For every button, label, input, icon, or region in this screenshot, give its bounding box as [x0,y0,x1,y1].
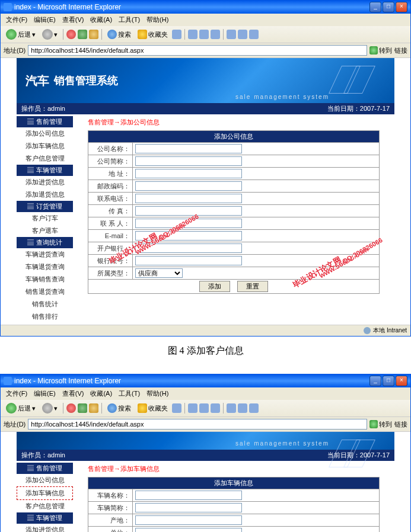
back-icon [6,29,17,40]
separator [101,29,102,40]
go-button[interactable]: 转到 [369,46,392,55]
maximize-button[interactable]: □ [383,2,394,12]
form-input[interactable] [135,503,242,512]
submit-button[interactable]: 添加 [199,281,230,292]
url-input[interactable] [28,45,367,56]
favorites-button[interactable]: 收藏夹 [135,28,170,40]
form-input[interactable] [135,156,242,166]
form-input[interactable] [135,231,242,241]
menu-help[interactable]: 帮助(H) [144,389,171,399]
form-buttons: 添加 重置 [88,280,380,294]
favorites-button[interactable]: 收藏夹 [135,402,170,414]
sidebar-item[interactable]: 添加进货信息 [17,176,73,188]
menu-view[interactable]: 查看(V) [60,389,87,399]
form-input[interactable] [135,194,242,203]
sidebar-item[interactable]: 添加车辆信息 [17,486,73,500]
menu-file[interactable]: 文件(F) [4,15,30,25]
search-button[interactable]: 搜索 [105,28,133,40]
search-button[interactable]: 搜索 [105,402,133,414]
home-icon[interactable] [89,30,98,39]
operator-info: 操作员：admin [21,104,65,113]
menu-help[interactable]: 帮助(H) [144,15,171,25]
sidebar-item[interactable]: 车辆销售查询 [17,273,73,286]
form-input[interactable] [135,181,242,191]
field-cell [133,155,380,168]
form-input[interactable] [135,144,242,153]
field-cell [133,217,380,230]
sidebar-item[interactable]: 车辆进货查询 [17,248,73,261]
form-input[interactable] [135,491,242,500]
sidebar-item[interactable]: 客户信息管理 [17,500,73,512]
titlebar: index - Microsoft Internet Explorer _ □ … [1,374,410,387]
tool-icon[interactable] [238,403,247,413]
sidebar-item[interactable]: 销售退货查询 [17,286,73,298]
maximize-button[interactable]: □ [383,376,394,386]
form-input[interactable] [135,256,242,265]
tool-icon[interactable] [227,30,236,39]
field-label: 车辆名称： [88,489,133,502]
stop-icon[interactable] [66,30,76,39]
print-icon[interactable] [199,403,209,413]
history-icon[interactable] [172,30,181,39]
form-input[interactable]: 供应商 [135,268,183,278]
form-input[interactable] [135,206,242,216]
mail-icon[interactable] [188,30,197,39]
sidebar-item[interactable]: 添加进货信息 [17,524,73,532]
menu-fav[interactable]: 收藏(A) [88,389,114,399]
refresh-icon[interactable] [78,30,87,39]
form-input[interactable] [135,219,242,228]
reset-button[interactable]: 重置 [237,281,268,292]
menu-edit[interactable]: 编辑(E) [31,389,58,399]
close-button[interactable]: × [396,2,407,12]
sidebar-item[interactable]: 客户退车 [17,225,73,237]
mail-icon[interactable] [188,403,197,413]
minimize-button[interactable]: _ [369,2,381,12]
form-input[interactable] [135,243,242,253]
menu-tools[interactable]: 工具(T) [116,389,142,399]
menu-view[interactable]: 查看(V) [60,15,87,25]
content-area: sale management system 操作员：admin 当前日期：20… [1,432,410,532]
minimize-button[interactable]: _ [369,376,381,386]
menu-edit[interactable]: 编辑(E) [31,15,58,25]
forward-button[interactable]: ▾ [40,28,60,41]
menu-file[interactable]: 文件(F) [4,389,30,399]
back-button[interactable]: 后退 ▾ [4,402,38,415]
field-cell [133,143,380,155]
sidebar-item[interactable]: 添加公司信息 [17,127,73,140]
sidebar-item[interactable]: 添加退货信息 [17,188,73,201]
field-cell [133,514,380,527]
menu-fav[interactable]: 收藏(A) [88,15,114,25]
tool-icon[interactable] [249,30,259,39]
form-input[interactable] [135,515,242,525]
links-label[interactable]: 链接 [394,46,407,55]
sidebar-item[interactable]: 销售排行 [17,310,73,323]
back-button[interactable]: 后退 ▾ [4,28,38,41]
tool-icon[interactable] [238,30,247,39]
menu-tools[interactable]: 工具(T) [116,15,142,25]
edit-icon[interactable] [211,30,220,39]
tool-icon[interactable] [249,403,259,413]
edit-icon[interactable] [211,403,220,413]
go-button[interactable]: 转到 [369,420,392,429]
window-title: index - Microsoft Internet Explorer [14,3,121,11]
print-icon[interactable] [199,30,209,39]
separator [223,403,224,414]
sidebar-item[interactable]: 添加公司信息 [17,474,73,486]
home-icon[interactable] [89,403,98,413]
refresh-icon[interactable] [78,403,87,413]
sidebar-item[interactable]: 客户信息管理 [17,152,73,165]
stop-icon[interactable] [66,403,76,413]
tool-icon[interactable] [227,403,236,413]
links-label[interactable]: 链接 [394,420,407,429]
url-input[interactable] [28,419,367,430]
field-label: E-mail： [88,230,133,242]
form-input[interactable] [135,528,242,532]
sidebar-item[interactable]: 销售统计 [17,298,73,310]
sidebar-item[interactable]: 添加车辆信息 [17,140,73,152]
sidebar-item[interactable]: 车辆退货查询 [17,261,73,273]
forward-button[interactable]: ▾ [40,402,60,415]
form-input[interactable] [135,169,242,178]
history-icon[interactable] [172,403,181,413]
close-button[interactable]: × [396,376,407,386]
sidebar-item[interactable]: 客户订车 [17,212,73,225]
